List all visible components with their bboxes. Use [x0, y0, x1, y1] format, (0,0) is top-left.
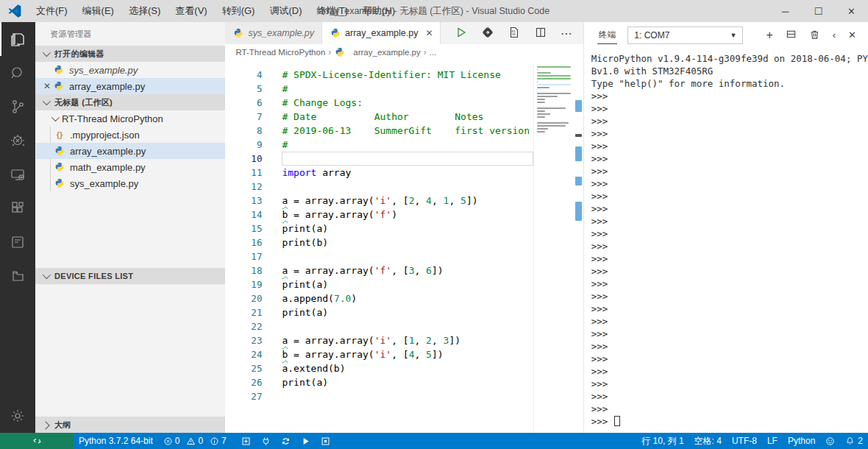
- code-line[interactable]: 22: [225, 319, 533, 333]
- close-icon[interactable]: ✕: [41, 81, 53, 91]
- feedback-smiley-button[interactable]: [820, 433, 840, 449]
- code-line[interactable]: 18a = array.array('f', [3, 6]): [225, 264, 533, 277]
- problems-indicator[interactable]: 0 0 7: [158, 436, 236, 446]
- split-terminal-button[interactable]: [786, 29, 797, 42]
- code-line[interactable]: 17: [225, 250, 533, 264]
- code-line[interactable]: 25a.extend(b): [225, 361, 533, 375]
- search-icon[interactable]: [0, 56, 35, 90]
- encoding[interactable]: UTF-8: [727, 433, 762, 449]
- tree-file-label: .mpyproject.json: [70, 130, 140, 141]
- code-line[interactable]: 16print(b): [225, 236, 533, 250]
- code-line[interactable]: 10: [225, 152, 533, 166]
- python-interpreter[interactable]: Python 3.7.2 64-bit: [74, 433, 158, 449]
- kill-terminal-button[interactable]: [809, 29, 820, 42]
- chevron-left-button[interactable]: ‹: [833, 29, 836, 40]
- run-button[interactable]: [296, 433, 316, 449]
- code-line[interactable]: 4# SPDX-License-Identifier: MIT License: [225, 68, 533, 82]
- code-line[interactable]: 6# Change Logs:: [225, 96, 533, 110]
- open-editor-item[interactable]: ✕array_example.py: [35, 78, 225, 94]
- indentation[interactable]: 空格: 4: [689, 433, 727, 449]
- minimap-line: [537, 87, 549, 88]
- new-terminal-button[interactable]: +: [766, 29, 772, 42]
- more-actions-button[interactable]: ···: [561, 28, 573, 39]
- tree-file-item[interactable]: array_example.py: [36, 143, 225, 159]
- minimap-line: [537, 102, 545, 103]
- code-text: # 2019-06-13 SummerGift first version: [282, 124, 533, 138]
- terminal-output[interactable]: MicroPython v1.9.4-114-g309fe39d on 2018…: [584, 48, 868, 433]
- terminal-tab[interactable]: 终端: [597, 26, 618, 44]
- code-line[interactable]: 23a = array.array('i', [1, 2, 3]): [225, 333, 533, 347]
- notebook-icon[interactable]: [0, 225, 35, 259]
- terminal-prompt: >>>: [591, 390, 868, 403]
- close-icon[interactable]: ✕: [425, 28, 433, 38]
- editor-tab[interactable]: sys_example.py: [225, 22, 322, 44]
- code-line[interactable]: 11import array: [225, 166, 533, 180]
- device-files-header[interactable]: DEVICE FILES LIST: [35, 268, 225, 284]
- minimap-line: [537, 107, 566, 109]
- cursor-position[interactable]: 行 10, 列 1: [636, 433, 689, 449]
- code-line[interactable]: 5#: [225, 82, 533, 96]
- binary-file-button[interactable]: 0110: [508, 26, 520, 40]
- menu-item-g[interactable]: 转到(G): [215, 0, 263, 22]
- code-line[interactable]: 20a.append(7.0): [225, 291, 533, 305]
- tree-file-item[interactable]: sys_example.py: [36, 175, 225, 191]
- download-to-device-button[interactable]: [482, 26, 494, 40]
- code-line[interactable]: 8# 2019-06-13 SummerGift first version: [225, 124, 533, 138]
- language-mode[interactable]: Python: [783, 433, 820, 449]
- tree-file-item[interactable]: math_example.py: [36, 159, 225, 175]
- settings-gear-icon[interactable]: [0, 399, 35, 433]
- line-number: 8: [225, 124, 262, 138]
- code-line[interactable]: 12: [225, 180, 533, 194]
- eol-sequence[interactable]: LF: [762, 433, 783, 449]
- menu-item-d[interactable]: 调试(D): [262, 0, 309, 22]
- split-editor-button[interactable]: [535, 26, 547, 40]
- code-line[interactable]: 9#: [225, 138, 533, 152]
- minimize-button[interactable]: ─: [769, 0, 802, 22]
- close-panel-button[interactable]: ✕: [848, 29, 856, 40]
- line-number: 19: [225, 277, 262, 291]
- add-box-button[interactable]: [236, 433, 256, 449]
- terminal-select[interactable]: 1: COM7 ▼: [627, 26, 743, 44]
- menu-item-t[interactable]: 终端(T): [309, 0, 355, 22]
- menu-item-v[interactable]: 查看(V): [168, 0, 214, 22]
- sync-button[interactable]: [276, 433, 296, 449]
- menu-item-f[interactable]: 文件(F): [29, 0, 75, 22]
- explorer-icon[interactable]: [0, 22, 35, 56]
- code-line[interactable]: 24b = array.array('i', [4, 5]): [225, 347, 533, 361]
- code-line[interactable]: 13a = array.array('i', [2, 4, 1, 5]): [225, 194, 533, 208]
- debug-icon[interactable]: [0, 124, 35, 158]
- outline-header[interactable]: 大纲: [35, 417, 225, 433]
- menu-item-h[interactable]: 帮助(H): [355, 0, 402, 22]
- stop-button[interactable]: [316, 433, 335, 449]
- menu-item-s[interactable]: 选择(S): [121, 0, 168, 22]
- open-editors-header[interactable]: 打开的编辑器: [35, 46, 225, 62]
- code-line[interactable]: 19print(a): [225, 277, 533, 291]
- extensions-icon[interactable]: [0, 191, 35, 225]
- open-editor-item[interactable]: sys_example.py: [35, 62, 225, 78]
- code-line[interactable]: 26print(a): [225, 375, 533, 389]
- source-control-icon[interactable]: [0, 90, 35, 124]
- code-line[interactable]: 7# Date Author Notes: [225, 110, 533, 124]
- tree-folder-rtthread[interactable]: RT-Thread MicroPython: [35, 110, 225, 127]
- code-line[interactable]: 27: [225, 389, 533, 403]
- bell-icon: [845, 436, 855, 446]
- code-line[interactable]: 15print(a): [225, 222, 533, 236]
- remote-device-icon[interactable]: [0, 158, 35, 191]
- workspace-header[interactable]: 无标题 (工作区): [35, 94, 225, 110]
- breadcrumb[interactable]: RT-Thread MicroPython › array_example.py…: [225, 44, 583, 60]
- code-line[interactable]: 21print(a): [225, 305, 533, 319]
- remote-indicator[interactable]: [0, 433, 74, 449]
- close-button[interactable]: ✕: [835, 0, 868, 22]
- menu-item-e[interactable]: 编辑(E): [75, 0, 121, 22]
- code-line[interactable]: 14b = array.array('f'): [225, 208, 533, 222]
- plug-button[interactable]: [256, 433, 276, 449]
- notifications-bell[interactable]: 2: [840, 433, 868, 449]
- maximize-button[interactable]: ☐: [802, 0, 835, 22]
- tree-file-item[interactable]: {}.mpyproject.json: [36, 127, 225, 143]
- line-number: 5: [225, 82, 262, 96]
- run-python-file-button[interactable]: [455, 26, 467, 40]
- code-editor[interactable]: 4# SPDX-License-Identifier: MIT License5…: [225, 60, 583, 433]
- minimap[interactable]: [533, 63, 574, 433]
- folders-icon[interactable]: [0, 259, 35, 293]
- editor-tab[interactable]: array_example.py✕: [322, 22, 441, 44]
